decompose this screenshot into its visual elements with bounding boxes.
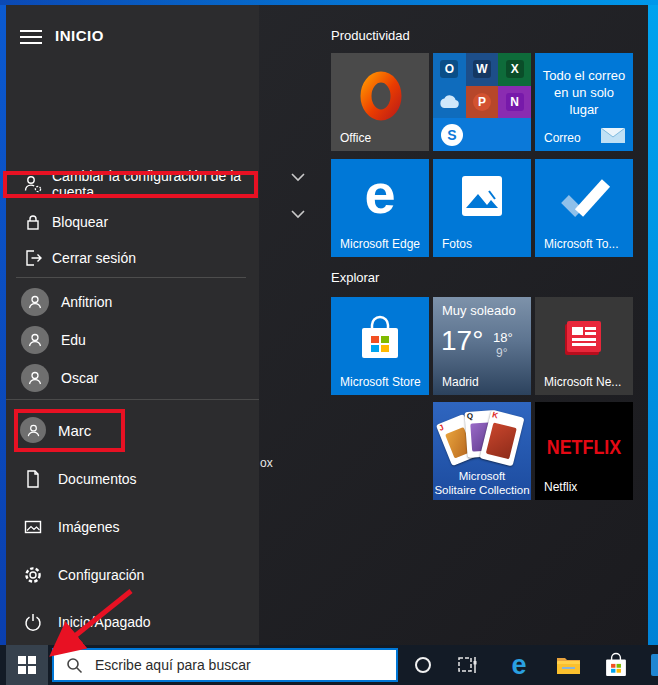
chevron-down-icon[interactable] — [291, 168, 305, 186]
search-input[interactable] — [93, 656, 363, 674]
office-logo-icon — [359, 71, 403, 121]
store-taskbar-button[interactable] — [598, 645, 634, 685]
menu-item-label: Inicio/Apagado — [58, 614, 151, 630]
skype-icon: S — [441, 124, 463, 146]
tile-label: Office — [340, 131, 371, 145]
gear-icon — [22, 565, 44, 585]
document-icon — [22, 469, 44, 489]
avatar — [21, 288, 49, 316]
mail-envelope-icon — [601, 128, 625, 143]
excel-mini-tile[interactable]: X — [498, 53, 531, 86]
tile-mail[interactable]: Todo el correo en un solo lugar Correo — [535, 53, 633, 151]
weather-city: Madrid — [442, 375, 479, 389]
tile-microsoft-store[interactable]: Microsoft Store — [331, 297, 429, 395]
menu-item-label: Cambiar la configuración de la cuenta — [52, 168, 254, 200]
menu-item-lock[interactable]: Bloquear — [22, 204, 254, 240]
weather-high: 18° — [493, 330, 513, 345]
start-menu-title: INICIO — [55, 27, 104, 44]
netflix-wordmark: NETFLIX — [542, 435, 625, 459]
outlook-mini-tile[interactable]: O — [433, 53, 466, 86]
start-button[interactable] — [6, 645, 48, 685]
tile-group-title-explore: Explorar — [331, 270, 379, 285]
user-item-edu[interactable]: Edu — [21, 322, 253, 358]
menu-item-label: Imágenes — [58, 519, 119, 535]
menu-item-change-account-settings[interactable]: Cambiar la configuración de la cuenta — [22, 166, 254, 202]
word-letter: W — [473, 60, 491, 78]
onedrive-cloud-icon — [438, 95, 460, 109]
powerpoint-mini-tile[interactable]: P — [466, 86, 499, 119]
tile-label: Microsoft To... — [544, 237, 618, 251]
photos-icon — [461, 175, 503, 217]
sign-out-icon — [22, 248, 44, 268]
tile-label: Microsoft Store — [340, 375, 421, 389]
word-mini-tile[interactable]: W — [466, 53, 499, 86]
tile-weather[interactable]: Muy soleado 17° 18° 9° Madrid — [433, 297, 531, 395]
menu-item-label: Cerrar sesión — [52, 250, 136, 266]
store-icon — [360, 315, 400, 361]
tile-microsoft-todo[interactable]: Microsoft To... — [535, 159, 633, 257]
tile-microsoft-news[interactable]: Microsoft Ne... — [535, 297, 633, 395]
user-name: Edu — [61, 332, 86, 348]
tile-label-line1: Microsoft — [433, 470, 531, 482]
user-gear-icon — [22, 174, 44, 194]
mail-live-message: Todo el correo en un solo lugar — [539, 67, 629, 118]
tile-office-apps-folder[interactable]: O W X P N S — [433, 53, 531, 151]
menu-item-settings[interactable]: Configuración — [22, 557, 254, 593]
menu-divider — [16, 277, 246, 278]
file-explorer-icon — [556, 655, 581, 675]
power-icon — [22, 612, 44, 632]
windows-logo-icon — [18, 656, 36, 674]
tile-photos[interactable]: Fotos — [433, 159, 531, 257]
edge-taskbar-button[interactable]: e — [500, 645, 538, 685]
pictures-icon — [22, 517, 44, 537]
menu-item-sign-out[interactable]: Cerrar sesión — [22, 240, 254, 276]
tile-office[interactable]: Office — [331, 53, 429, 151]
cortana-icon — [415, 657, 431, 673]
store-icon — [605, 652, 627, 678]
tile-label-line2: Solitaire Collection — [433, 484, 531, 496]
tile-label: Microsoft Ne... — [544, 375, 621, 389]
tile-solitaire[interactable]: J Q K Microsoft Solitaire Collection — [433, 402, 531, 500]
tile-group-title-productivity: Productividad — [331, 28, 410, 43]
user-name: Marc — [58, 422, 91, 439]
excel-letter: X — [506, 60, 524, 78]
skype-row[interactable]: S — [433, 118, 531, 151]
tile-netflix[interactable]: NETFLIX Netflix — [535, 402, 633, 500]
tile-label: Correo — [544, 131, 581, 145]
partial-taskbar-icon[interactable] — [651, 654, 658, 676]
menu-item-label: Bloquear — [52, 214, 108, 230]
menu-divider — [6, 399, 259, 400]
taskbar-search[interactable] — [52, 648, 398, 682]
chevron-down-icon[interactable] — [291, 205, 305, 223]
onedrive-mini-tile[interactable] — [433, 86, 466, 119]
windows-desktop: ox INICIO Cambiar la configuración de la… — [0, 0, 658, 685]
menu-item-documents[interactable]: Documentos — [22, 461, 254, 497]
tile-label: Netflix — [544, 480, 577, 494]
menu-item-power[interactable]: Inicio/Apagado — [22, 604, 254, 640]
user-item-marc-current[interactable]: Marc — [20, 412, 252, 448]
app-list-text-fragment: ox — [260, 456, 273, 470]
task-view-icon — [458, 656, 478, 674]
taskbar: e — [0, 645, 658, 685]
avatar — [20, 417, 46, 443]
menu-item-label: Documentos — [58, 471, 137, 487]
tile-label: Fotos — [442, 237, 472, 251]
desktop-strip-right — [648, 5, 658, 645]
user-item-anfitrion[interactable]: Anfitrion — [21, 284, 253, 320]
weather-condition: Muy soleado — [442, 303, 516, 318]
hamburger-menu-icon[interactable] — [20, 26, 42, 48]
task-view-button[interactable] — [450, 645, 486, 685]
tile-microsoft-edge[interactable]: e Microsoft Edge — [331, 159, 429, 257]
tile-label: Microsoft Edge — [340, 237, 420, 251]
news-icon — [565, 321, 603, 355]
cortana-button[interactable] — [405, 645, 441, 685]
user-item-oscar[interactable]: Oscar — [21, 360, 253, 396]
onenote-mini-tile[interactable]: N — [498, 86, 531, 119]
file-explorer-button[interactable] — [550, 645, 586, 685]
weather-temp: 17° — [441, 325, 483, 357]
weather-low: 9° — [496, 346, 507, 360]
menu-item-pictures[interactable]: Imágenes — [22, 509, 254, 545]
user-name: Oscar — [61, 370, 98, 386]
onenote-letter: N — [506, 93, 524, 111]
menu-item-label: Configuración — [58, 567, 144, 583]
